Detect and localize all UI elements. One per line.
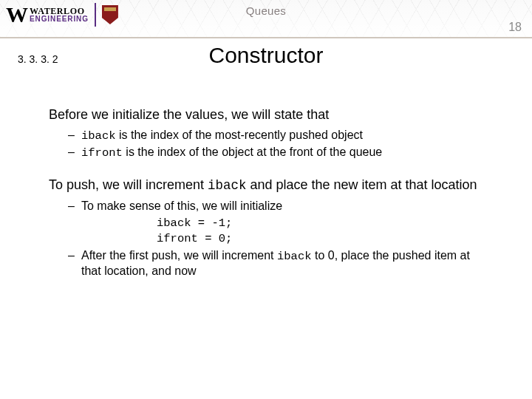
slide-body: Before we initialize the values, we will… bbox=[49, 106, 492, 295]
bullet-list-2: To make sense of this, we will initializ… bbox=[49, 199, 492, 279]
b4-part-a: After the first push, we will increment bbox=[81, 249, 277, 262]
code-ifront: ifront bbox=[81, 146, 123, 160]
code-iback-3: iback bbox=[277, 250, 312, 263]
paragraph-1: Before we initialize the values, we will… bbox=[49, 106, 492, 123]
bullet-2-text: is the index of the object at the front … bbox=[123, 146, 382, 158]
header-separator bbox=[0, 37, 532, 38]
slide-title: Constructor bbox=[0, 43, 532, 68]
bullet-list-1: iback is the index of the most-recently … bbox=[49, 128, 492, 161]
p2-part-b: and place the new item at that location bbox=[246, 177, 477, 192]
code-iback-2: iback bbox=[208, 178, 246, 193]
bullet-1: iback is the index of the most-recently … bbox=[68, 128, 492, 143]
code-iback: iback bbox=[81, 129, 116, 143]
bullet-3: To make sense of this, we will initializ… bbox=[68, 199, 492, 214]
bullet-1-text: is the index of the most-recently pushed… bbox=[116, 129, 363, 141]
code-line-2: ifront = 0; bbox=[157, 232, 232, 245]
header-topic: Queues bbox=[0, 4, 532, 17]
code-line-1: iback = -1; bbox=[157, 216, 232, 230]
page-number: 18 bbox=[508, 21, 522, 34]
bullet-2: ifront is the index of the object at the… bbox=[68, 145, 492, 160]
slide: W WATERLOO ENGINEERING Queues 18 3. 3. 3… bbox=[0, 0, 532, 399]
p2-part-a: To push, we will increment bbox=[49, 177, 208, 192]
code-block: iback = -1; ifront = 0; bbox=[157, 215, 492, 247]
bullet-4: After the first push, we will increment … bbox=[68, 248, 492, 279]
paragraph-2: To push, we will increment iback and pla… bbox=[49, 177, 492, 194]
